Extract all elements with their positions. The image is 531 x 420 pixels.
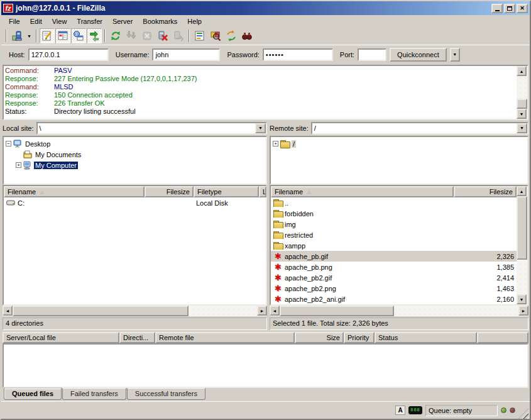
cancel-button[interactable] [140,28,155,43]
quickconnect-dropdown[interactable]: ▼ [450,48,460,62]
minimize-icon [495,10,500,11]
remote-file-row[interactable]: ✱apache_pb2_ani.gif2,160 [271,294,517,304]
remote-site-combo[interactable]: / ▼ [311,122,528,135]
directory-comparison-button[interactable] [208,28,223,43]
column-header-filetype[interactable]: Filetype [194,186,259,197]
tree-item-desktop[interactable]: − Desktop [4,138,265,149]
window-title: john@127.0.0.1 - FileZilla [16,4,489,13]
remote-file-row[interactable]: ✱apache_pb.png1,385 [271,262,517,272]
folder-icon [273,221,283,228]
scroll-up-button[interactable]: ▲ [517,66,527,76]
remote-vertical-scrollbar[interactable]: ▲ ▼ [517,186,527,304]
column-header-server-local-file[interactable]: Server/Local file [3,332,119,343]
scroll-left-button[interactable]: ◄ [270,306,280,316]
scroll-thumb[interactable] [517,196,527,260]
tab-failed-transfers[interactable]: Failed transfers [62,388,126,400]
site-manager-dropdown[interactable]: ▼ [25,29,33,43]
resize-grip[interactable] [518,409,528,419]
column-header-last-modified[interactable]: L [259,186,266,197]
queue-list[interactable] [3,343,528,388]
maximize-button[interactable] [504,4,515,13]
scroll-thumb[interactable] [13,306,189,316]
remote-file-row-selected[interactable]: ✱apache_pb.gif2,326 [271,251,517,262]
filter-button[interactable] [192,28,207,43]
scroll-right-button[interactable]: ► [257,306,267,316]
remote-file-row[interactable]: ✱apache_pb2.png1,463 [271,283,517,294]
image-file-icon: ✱ [273,295,283,303]
column-header-status[interactable]: Status [375,332,477,343]
port-input[interactable] [358,48,386,61]
scroll-thumb[interactable] [280,306,394,316]
column-header-filesize[interactable]: Filesize [145,186,194,197]
password-input[interactable] [263,48,333,61]
column-header-remote-file[interactable]: Remote file [155,332,295,343]
log-scrollbar[interactable]: ▲ ▼ [517,66,527,119]
tree-item-root[interactable]: + / [271,138,527,149]
local-list-body: C: Local Disk [4,197,266,304]
tree-label[interactable]: Desktop [24,140,52,148]
minimize-button[interactable] [491,4,503,13]
column-header-filename[interactable]: Filename [4,186,145,197]
remote-file-row[interactable]: img [271,219,517,229]
scroll-down-button[interactable]: ▼ [517,109,527,119]
my-documents-icon [23,150,32,158]
menu-bookmarks[interactable]: Bookmarks [138,16,182,26]
close-button[interactable]: ✕ [517,4,528,13]
expand-icon[interactable]: + [16,162,21,168]
username-input[interactable] [152,48,220,61]
column-header-priority[interactable]: Priority [344,332,375,343]
collapse-icon[interactable]: − [6,141,11,146]
reconnect-button[interactable] [171,28,186,43]
toggle-local-tree-button[interactable] [55,28,70,43]
local-horizontal-scrollbar[interactable]: ◄ ► [3,306,267,316]
column-header-direction[interactable]: Directi... [119,332,155,343]
menu-help[interactable]: Help [182,16,207,26]
toggle-remote-tree-button[interactable] [71,28,86,43]
local-file-row[interactable]: C: Local Disk [4,197,266,208]
tree-label-selected[interactable]: My Computer [34,162,78,169]
remote-file-row[interactable]: restricted [271,229,517,240]
remote-file-row[interactable]: ✱apache_pb2.gif2,414 [271,272,517,283]
tree-item-my-computer[interactable]: + My Computer [14,160,265,170]
local-site-combo[interactable]: \ ▼ [36,122,267,135]
process-queue-button[interactable] [124,28,139,43]
tree-label-selected[interactable]: / [292,140,296,148]
speed-limit-icon[interactable]: 888 [408,406,422,414]
remote-file-row[interactable]: xampp [271,240,517,251]
menu-transfer[interactable]: Transfer [72,16,107,26]
tab-queued-files[interactable]: Queued files [4,387,62,400]
find-files-button[interactable] [239,28,255,43]
refresh-button[interactable] [108,28,123,43]
chevron-down-icon[interactable]: ▼ [255,123,266,133]
scroll-up-button[interactable]: ▲ [517,186,527,196]
my-computer-icon [23,161,32,170]
scroll-right-button[interactable]: ► [518,306,528,316]
column-header-size[interactable]: Size [295,332,344,343]
column-header-filename[interactable]: Filename [271,186,454,197]
remote-file-row[interactable]: .. [271,197,517,208]
scroll-thumb[interactable] [517,99,527,109]
menu-file[interactable]: File [4,16,25,26]
quickconnect-button[interactable]: Quickconnect [390,48,447,62]
disconnect-button[interactable] [155,28,170,43]
menu-view[interactable]: View [47,16,72,26]
tree-item-my-documents[interactable]: My Documents [14,149,265,160]
site-manager-button[interactable] [9,28,25,43]
host-input[interactable] [28,48,109,61]
menu-edit[interactable]: Edit [25,16,47,26]
tab-successful-transfers[interactable]: Successful transfers [127,388,205,400]
synchronized-browsing-button[interactable] [224,28,239,43]
scroll-left-button[interactable]: ◄ [3,306,13,316]
scroll-down-button[interactable]: ▼ [517,294,527,304]
chevron-down-icon[interactable]: ▼ [517,123,527,133]
expand-icon[interactable]: + [273,141,278,146]
menu-server[interactable]: Server [107,16,138,26]
toggle-queue-button[interactable] [87,28,102,43]
title-bar[interactable]: fz john@127.0.0.1 - FileZilla ✕ [1,1,530,15]
column-header-filesize[interactable]: Filesize [454,186,517,197]
tree-label[interactable]: My Documents [34,151,82,158]
remote-file-row[interactable]: forbidden [271,208,517,219]
remote-horizontal-scrollbar[interactable]: ◄ ► [270,306,528,316]
toggle-log-button[interactable] [40,28,55,43]
data-type-indicator-icon[interactable]: A [395,406,405,415]
